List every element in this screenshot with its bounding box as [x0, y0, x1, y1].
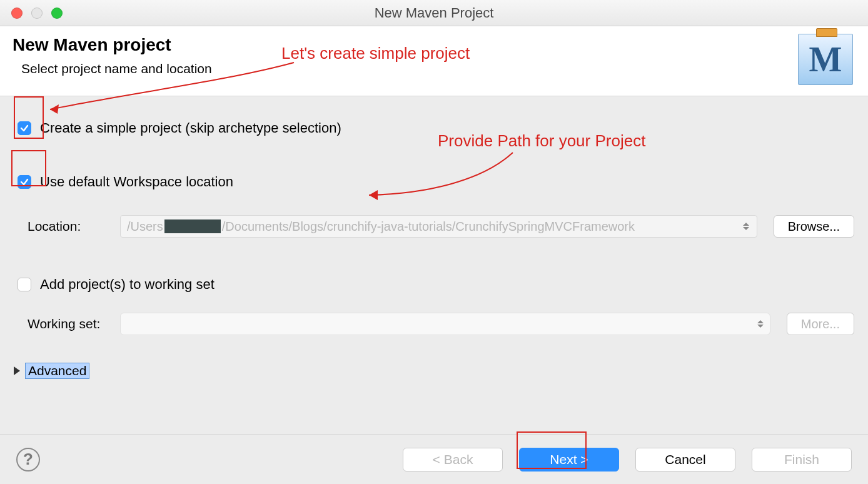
back-button: < Back [403, 448, 503, 471]
redacted-user [164, 219, 221, 233]
annotation-box-workspace-checkbox [11, 150, 46, 186]
wizard-body: Create a simple project (skip archetype … [0, 96, 868, 434]
more-button: More... [787, 313, 854, 335]
window-titlebar: New Maven Project [0, 0, 868, 26]
cancel-button[interactable]: Cancel [635, 448, 735, 471]
annotation-path: Provide Path for your Project [438, 131, 645, 151]
browse-button[interactable]: Browse... [774, 215, 854, 238]
label-simple-project: Create a simple project (skip archetype … [40, 120, 341, 136]
page-subtitle: Select project name and location [21, 61, 853, 76]
location-path-before: /Users [127, 219, 163, 234]
finish-button: Finish [752, 448, 852, 471]
working-set-select[interactable] [120, 313, 770, 335]
disclosure-triangle-icon[interactable] [14, 366, 20, 375]
wizard-footer: ? < Back Next > Cancel Finish [0, 434, 868, 484]
location-path-after: /Documents/Blogs/crunchify-java-tutorial… [222, 219, 635, 234]
annotation-simple-project: Let's create simple project [281, 44, 470, 63]
location-input[interactable]: /Users/Documents/Blogs/crunchify-java-tu… [120, 215, 757, 238]
annotation-box-simple-checkbox [14, 96, 44, 139]
help-icon[interactable]: ? [16, 448, 40, 471]
location-label: Location: [28, 219, 120, 234]
chevron-updown-icon [757, 320, 764, 328]
window-title: New Maven Project [0, 5, 868, 21]
annotation-box-next-button [517, 431, 587, 469]
checkbox-add-working-set[interactable] [18, 278, 31, 291]
working-set-label: Working set: [28, 316, 120, 331]
label-default-workspace: Use default Workspace location [40, 174, 233, 190]
label-add-working-set: Add project(s) to working set [40, 276, 214, 293]
maven-icon: M [798, 34, 853, 85]
advanced-section-toggle[interactable]: Advanced [25, 363, 89, 379]
stepper-icon[interactable] [743, 223, 753, 230]
